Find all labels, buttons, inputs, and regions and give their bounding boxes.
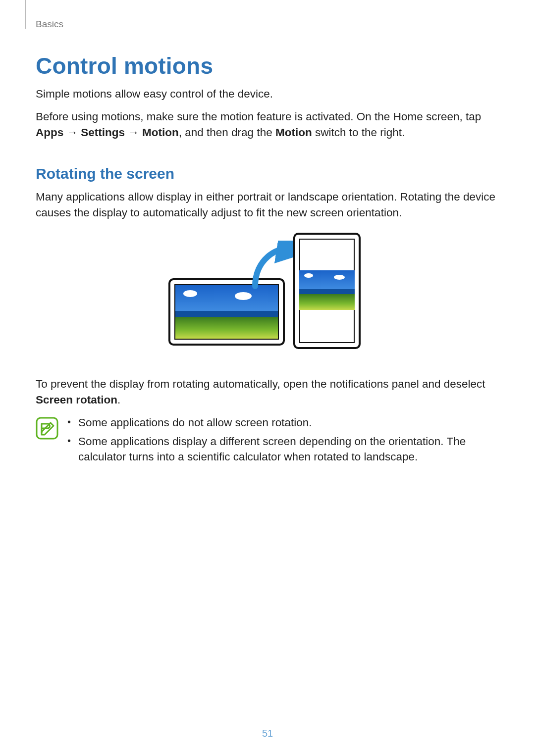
page-title: Control motions <box>36 52 499 79</box>
text-fragment: switch to the right. <box>312 126 405 139</box>
note-list: Some applications do not allow screen ro… <box>67 415 499 468</box>
motion-label: Motion <box>142 126 179 139</box>
apps-label: Apps <box>36 126 63 139</box>
device-portrait-icon <box>293 233 361 349</box>
activation-paragraph: Before using motions, make sure the moti… <box>36 109 499 141</box>
prevent-paragraph: To prevent the display from rotating aut… <box>36 376 499 408</box>
rotate-arrow-icon <box>246 241 301 295</box>
arrow-icon: → <box>63 126 81 139</box>
text-fragment: Before using motions, make sure the moti… <box>36 110 481 123</box>
intro-paragraph: Simple motions allow easy control of the… <box>36 86 499 102</box>
note-icon <box>36 417 58 440</box>
note-item: Some applications display a different sc… <box>67 434 499 465</box>
left-margin-rule <box>25 0 26 29</box>
note-block: Some applications do not allow screen ro… <box>36 415 499 468</box>
text-fragment: . <box>117 394 120 406</box>
arrow-icon: → <box>125 126 142 139</box>
page-number: 51 <box>0 728 535 739</box>
screen-rotation-label: Screen rotation <box>36 394 117 406</box>
motion-switch-label: Motion <box>275 126 312 139</box>
settings-label: Settings <box>81 126 125 139</box>
subheading-rotating: Rotating the screen <box>36 165 499 182</box>
rotate-paragraph: Many applications allow display in eithe… <box>36 189 499 221</box>
rotation-figure <box>36 233 499 361</box>
breadcrumb: Basics <box>36 19 499 30</box>
text-fragment: To prevent the display from rotating aut… <box>36 378 485 390</box>
text-fragment: , and then drag the <box>179 126 275 139</box>
note-item: Some applications do not allow screen ro… <box>67 415 499 431</box>
